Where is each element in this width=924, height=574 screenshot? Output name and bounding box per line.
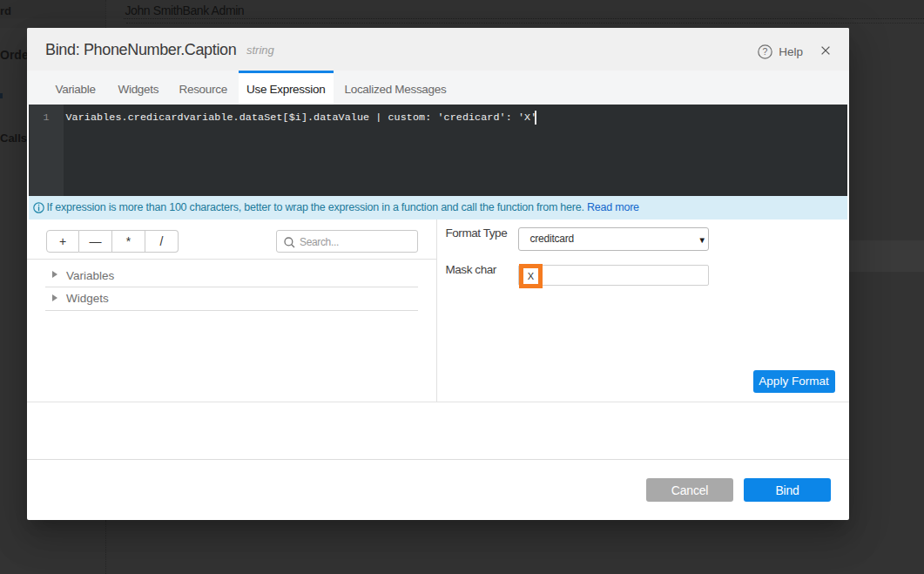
svg-text:?: ?	[763, 46, 768, 57]
